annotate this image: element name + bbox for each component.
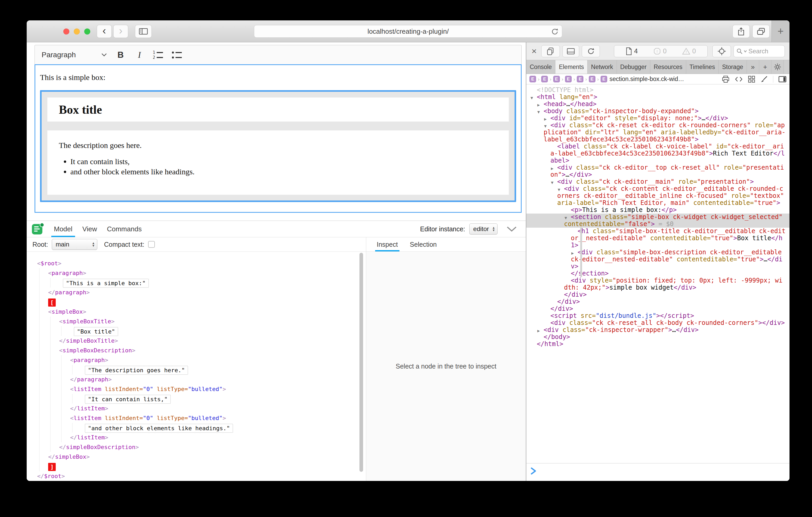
disclosure-closed-icon[interactable]: ▶: [544, 116, 547, 123]
share-button[interactable]: [732, 25, 750, 38]
model-tree-row[interactable]: <paragraph>: [27, 268, 366, 278]
dom-tree-row[interactable]: ▼<div class="ck ck-reset ck-editor ck-ro…: [526, 122, 789, 143]
model-tree-row[interactable]: <listItem listIndent="0" listType="bulle…: [27, 384, 366, 394]
disclosure-open-icon[interactable]: ▼: [530, 94, 533, 101]
new-tab-button[interactable]: +: [772, 20, 789, 42]
heading-dropdown[interactable]: Paragraph: [37, 51, 111, 59]
breadcrumb-element-badge[interactable]: E: [565, 76, 572, 82]
dom-tree-row[interactable]: </section>: [526, 270, 789, 277]
dom-tree-row[interactable]: ▼<div class="ck ck-editor__main" role="p…: [526, 178, 789, 185]
box-title-heading[interactable]: Box title: [59, 103, 102, 117]
details-sidebar-toggle-icon[interactable]: [779, 75, 786, 83]
bold-button[interactable]: B: [111, 48, 130, 62]
disclosure-open-icon[interactable]: ▼: [544, 123, 547, 130]
dom-tree-row[interactable]: <div class="ck ck-reset_all ck-body ck-r…: [526, 320, 789, 327]
disclosure-open-icon[interactable]: ▼: [537, 109, 540, 116]
model-tree-row[interactable]: </simpleBox>: [27, 452, 366, 462]
intro-paragraph[interactable]: This is a simple box:: [40, 73, 516, 82]
tab-inspect[interactable]: Inspect: [375, 237, 400, 251]
model-tree-row[interactable]: <listItem listIndent="0" listType="bulle…: [27, 413, 366, 423]
dom-tree-row[interactable]: </body>: [526, 334, 789, 341]
issues-summary-button[interactable]: 4 ! 0 ! 0: [614, 45, 708, 57]
model-tree-row[interactable]: <simpleBoxDescription>: [27, 345, 366, 355]
list-item[interactable]: It can contain lists,: [70, 157, 497, 166]
devtools-tab-elements[interactable]: Elements: [555, 60, 587, 74]
dom-tree-row[interactable]: ▼<div class="ck ck-content ck-editor__ed…: [526, 185, 789, 207]
reload-button[interactable]: [551, 28, 559, 37]
search-input[interactable]: [748, 47, 780, 55]
traffic-light-close-button[interactable]: [63, 29, 69, 34]
traffic-light-zoom-button[interactable]: [84, 29, 90, 34]
dom-tree-row[interactable]: ▼<section class="simple-box ck-widget ck…: [526, 214, 789, 227]
source-code-icon[interactable]: [735, 76, 743, 83]
model-tree-row[interactable]: [: [27, 297, 366, 307]
model-tree-row[interactable]: </paragraph>: [27, 287, 366, 297]
dom-tree-row[interactable]: <!DOCTYPE html>: [526, 87, 789, 94]
inspector-tab-model[interactable]: Model: [50, 221, 76, 237]
devtools-tab-timelines[interactable]: Timelines: [686, 60, 719, 74]
model-tree-row[interactable]: <paragraph>: [27, 355, 366, 365]
description-paragraph[interactable]: The description goes here.: [59, 141, 497, 150]
quick-console[interactable]: [526, 463, 789, 481]
devtools-tab-debugger[interactable]: Debugger: [617, 60, 650, 74]
layout-grid-icon[interactable]: [748, 75, 755, 83]
model-tree-row[interactable]: <$root>: [27, 258, 366, 268]
print-icon[interactable]: [722, 75, 730, 83]
disclosure-closed-icon[interactable]: ▶: [537, 101, 540, 109]
dom-tree-row[interactable]: ▼<html lang="en">: [526, 94, 789, 101]
forward-button[interactable]: ›: [113, 25, 128, 38]
model-tree-row[interactable]: </simpleBoxDescription>: [27, 442, 366, 452]
model-tree-row[interactable]: </$root>: [27, 471, 366, 481]
reload-page-button[interactable]: [582, 45, 600, 57]
dom-tree-row[interactable]: </html>: [526, 341, 789, 347]
disclosure-closed-icon[interactable]: ▶: [571, 250, 574, 257]
model-tree-row[interactable]: "It can contain lists,": [27, 394, 366, 403]
dom-tree-row[interactable]: </div>: [526, 305, 789, 312]
model-tree-row[interactable]: </listItem>: [27, 433, 366, 442]
inspector-tab-commands[interactable]: Commands: [103, 221, 145, 237]
devtools-search-field[interactable]: [733, 45, 785, 57]
devtools-tab-resources[interactable]: Resources: [650, 60, 686, 74]
inspector-tab-view[interactable]: View: [79, 221, 101, 237]
back-button[interactable]: ‹: [97, 25, 112, 38]
model-tree-row[interactable]: <simpleBox>: [27, 307, 366, 316]
list-item[interactable]: and other block elements like headings.: [70, 167, 497, 176]
dom-tree-row[interactable]: <div style="position: fixed; top: 0px; l…: [526, 277, 789, 291]
root-select[interactable]: main ▲▼: [52, 239, 97, 250]
model-tree-row[interactable]: "This is a simple box:": [27, 278, 366, 287]
dom-tree-row[interactable]: ▶<head>…</head>: [526, 101, 789, 108]
selected-node-label[interactable]: section.simple-box.ck-wid…: [610, 75, 684, 83]
breadcrumb-element-badge[interactable]: E: [601, 76, 607, 82]
breadcrumb-element-badge[interactable]: E: [541, 76, 548, 82]
element-picker-button[interactable]: [712, 45, 731, 57]
disclosure-closed-icon[interactable]: ▶: [537, 327, 540, 334]
model-tree-row[interactable]: ]: [27, 462, 366, 471]
close-devtools-button[interactable]: ×: [529, 46, 539, 56]
dom-tree-row[interactable]: <script src="dist/bundle.js"></script>: [526, 312, 789, 320]
dom-tree-row[interactable]: ▶<div class="simple-box-description ck-e…: [526, 249, 789, 270]
sidebar-toggle-button[interactable]: [135, 25, 152, 38]
simple-box-widget[interactable]: Box title The description goes here. It …: [40, 90, 516, 202]
dom-tree-row[interactable]: ▶<div class="ck ck-editor__top ck-reset_…: [526, 164, 789, 178]
simple-box-description[interactable]: The description goes here. It can contai…: [47, 130, 509, 195]
disclosure-open-icon[interactable]: ▼: [564, 214, 567, 221]
simple-box-title[interactable]: Box title: [47, 97, 509, 122]
italic-button[interactable]: I: [130, 48, 149, 62]
breadcrumb-element-badge[interactable]: E: [529, 76, 536, 82]
collapse-inspector-icon[interactable]: [506, 226, 517, 232]
model-tree-row[interactable]: "and other block elements like headings.…: [27, 423, 366, 433]
model-tree-row[interactable]: <simpleBoxTitle>: [27, 316, 366, 326]
model-tree-scrollbar[interactable]: [359, 253, 363, 472]
address-bar[interactable]: localhost/creating-a-plugin/: [254, 25, 562, 38]
styles-brush-icon[interactable]: [760, 75, 768, 83]
dom-tree-row[interactable]: <p>This is a simple box:</p>: [526, 207, 789, 214]
devtools-tab-console[interactable]: Console: [526, 60, 555, 74]
model-tree-row[interactable]: </paragraph>: [27, 374, 366, 384]
disclosure-closed-icon[interactable]: ▶: [551, 165, 554, 172]
bulleted-list-button[interactable]: [168, 48, 186, 62]
dom-tree-row[interactable]: <label class="ck ck-label ck-voice-label…: [526, 143, 789, 164]
tab-selection[interactable]: Selection: [408, 237, 438, 251]
model-tree-row[interactable]: </simpleBoxTitle>: [27, 336, 366, 345]
dom-tree-row[interactable]: </div>: [526, 291, 789, 298]
editor-instance-select[interactable]: editor ▲▼: [469, 223, 498, 235]
